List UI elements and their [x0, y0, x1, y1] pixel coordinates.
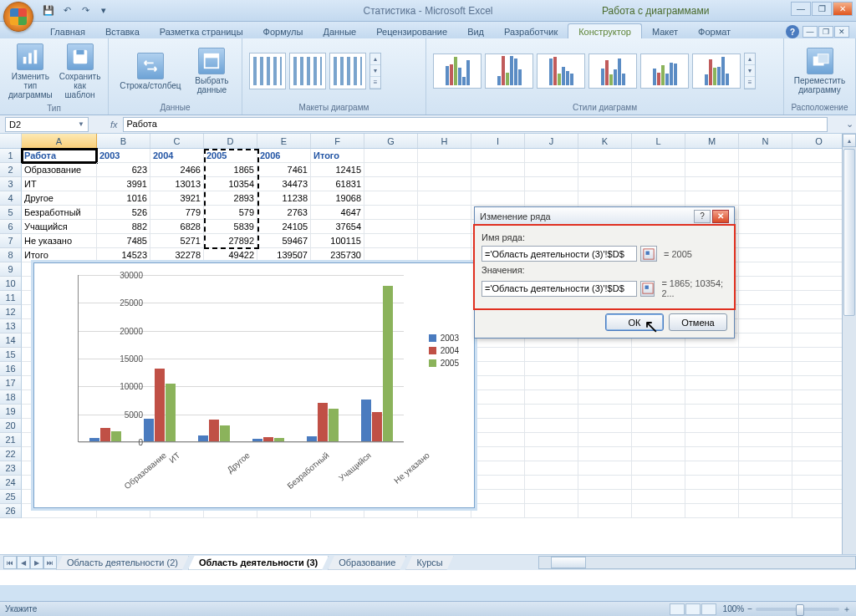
cell[interactable] [792, 177, 846, 191]
cell[interactable] [792, 319, 846, 333]
cell[interactable] [685, 405, 739, 419]
column-header-O[interactable]: O [792, 134, 846, 148]
ribbon-tab-вставка[interactable]: Вставка [95, 24, 150, 38]
cell[interactable]: 14523 [97, 248, 150, 262]
cell[interactable] [632, 390, 685, 405]
cell[interactable] [685, 149, 739, 163]
cell[interactable] [578, 376, 632, 390]
cell[interactable]: 5271 [150, 234, 204, 248]
cell[interactable] [632, 461, 685, 476]
cell[interactable] [792, 206, 846, 220]
cell[interactable] [792, 490, 846, 504]
cell[interactable] [685, 504, 739, 518]
cell[interactable]: 579 [204, 206, 257, 220]
ribbon-tab-главная[interactable]: Главная [40, 24, 95, 38]
cell[interactable] [792, 163, 846, 177]
chart-style-option[interactable] [692, 53, 741, 89]
fx-icon[interactable]: fx [105, 120, 123, 130]
zoom-slider[interactable] [756, 608, 839, 611]
row-header[interactable]: 15 [0, 348, 22, 362]
normal-view-icon[interactable] [670, 603, 685, 615]
cell[interactable]: Безработный [22, 206, 97, 220]
cell[interactable] [739, 362, 792, 376]
cell[interactable]: 2893 [204, 191, 257, 206]
cell[interactable] [632, 447, 685, 461]
chart-style-option[interactable] [433, 53, 482, 89]
cell[interactable] [792, 461, 846, 476]
horizontal-scrollbar[interactable] [538, 556, 856, 569]
column-header-G[interactable]: G [364, 134, 418, 148]
cell[interactable] [471, 390, 525, 405]
cell[interactable] [471, 163, 525, 177]
ribbon-tab-данные[interactable]: Данные [313, 24, 366, 38]
cell[interactable] [578, 191, 632, 206]
cell[interactable]: Другое [22, 191, 97, 206]
cell[interactable] [685, 362, 739, 376]
cell[interactable] [471, 447, 525, 461]
cell[interactable] [739, 149, 792, 163]
undo-icon[interactable]: ↶ [59, 3, 75, 19]
cell[interactable] [471, 433, 525, 447]
cell[interactable] [739, 348, 792, 362]
cell[interactable]: 27892 [204, 234, 257, 248]
cell[interactable] [739, 333, 792, 348]
cell[interactable] [364, 206, 418, 220]
next-sheet-icon[interactable]: ▶ [30, 556, 43, 569]
cell[interactable] [525, 191, 578, 206]
column-header-F[interactable]: F [311, 134, 364, 148]
cell[interactable] [471, 504, 525, 518]
row-header[interactable]: 16 [0, 362, 22, 376]
cell[interactable]: 10354 [204, 177, 257, 191]
cell[interactable] [418, 206, 471, 220]
cell[interactable] [792, 333, 846, 348]
cell[interactable] [525, 419, 578, 433]
sheet-tab[interactable]: Курсы [405, 556, 453, 570]
cell[interactable] [685, 191, 739, 206]
cell[interactable] [578, 476, 632, 490]
cell[interactable]: 5839 [204, 220, 257, 234]
cell[interactable] [792, 220, 846, 234]
ribbon-tab-разработчик[interactable]: Разработчик [494, 24, 568, 38]
cell[interactable] [792, 191, 846, 206]
row-header[interactable]: 4 [0, 191, 22, 206]
sheet-tab[interactable]: Область деятельности (2) [56, 556, 189, 570]
range-selector-icon[interactable] [640, 246, 657, 262]
row-header[interactable]: 9 [0, 262, 22, 277]
cell[interactable]: Итого [311, 149, 364, 163]
cell[interactable]: 11238 [257, 191, 311, 206]
cell[interactable]: 3991 [97, 177, 150, 191]
redo-icon[interactable]: ↷ [77, 3, 94, 19]
cell[interactable] [364, 248, 418, 262]
close-button[interactable]: ✕ [833, 2, 853, 16]
cell[interactable] [364, 163, 418, 177]
cell[interactable] [632, 419, 685, 433]
page-layout-view-icon[interactable] [685, 603, 701, 615]
cell[interactable]: 3921 [150, 191, 204, 206]
qat-dropdown-icon[interactable]: ▾ [95, 3, 112, 19]
cell[interactable]: 882 [97, 220, 150, 234]
cell[interactable] [632, 149, 685, 163]
zoom-out-icon[interactable]: − [747, 604, 752, 613]
cell[interactable] [792, 291, 846, 305]
ribbon-tab-разметка страницы[interactable]: Разметка страницы [150, 24, 253, 38]
cell[interactable]: 34473 [257, 177, 311, 191]
cell[interactable]: 526 [97, 206, 150, 220]
cell[interactable] [739, 248, 792, 262]
column-header-B[interactable]: B [97, 134, 150, 148]
cell[interactable] [578, 177, 632, 191]
cell[interactable] [792, 390, 846, 405]
cell[interactable]: 2763 [257, 206, 311, 220]
prev-sheet-icon[interactable]: ◀ [17, 556, 30, 569]
cell[interactable] [525, 163, 578, 177]
cell[interactable]: 49422 [204, 248, 257, 262]
cell[interactable] [739, 319, 792, 333]
cell[interactable]: 24105 [257, 220, 311, 234]
series-values-input[interactable] [482, 281, 637, 297]
cell[interactable] [632, 348, 685, 362]
cell[interactable] [685, 177, 739, 191]
cell[interactable] [739, 191, 792, 206]
cell[interactable] [685, 376, 739, 390]
column-header-C[interactable]: C [150, 134, 204, 148]
chart-style-option[interactable] [640, 53, 689, 89]
cell[interactable] [364, 177, 418, 191]
